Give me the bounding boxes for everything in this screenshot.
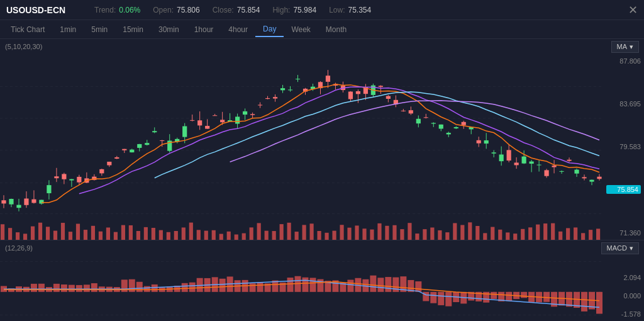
low-label: Low: xyxy=(329,6,345,14)
ma-params: (5,10,20,30) xyxy=(5,43,42,50)
macd-chart-canvas xyxy=(0,256,603,321)
tf-item-1hour[interactable]: 1hour xyxy=(187,23,221,37)
macd-price-axis: 2.094 0.000 -1.578 xyxy=(603,271,644,321)
macd-dropdown[interactable]: MACD ▾ xyxy=(601,242,639,254)
main-chart-canvas xyxy=(0,54,603,240)
close-info: Close: 75.854 xyxy=(213,6,260,14)
price-71: 71.360 xyxy=(606,229,641,237)
tf-item-30min[interactable]: 30min xyxy=(151,23,187,37)
tf-item-month[interactable]: Month xyxy=(318,23,354,37)
macd-level-zero: 0.000 xyxy=(606,292,641,300)
trend-info: Trend: 0.06% xyxy=(94,6,140,14)
low-value: 75.354 xyxy=(348,6,371,14)
price-axis: 87.806 83.695 79.583 75.854 71.360 xyxy=(603,54,644,240)
main-chart: (5,10,20,30) MA ▾ 87.806 83.695 79.583 7… xyxy=(0,39,644,240)
tf-item-1min[interactable]: 1min xyxy=(52,23,84,37)
open-info: Open: 75.806 xyxy=(153,6,199,14)
price-83: 83.695 xyxy=(606,100,641,108)
trend-value: 0.06% xyxy=(119,6,140,14)
high-value: 75.984 xyxy=(293,6,316,14)
close-label: Close: xyxy=(213,6,234,14)
price-87: 87.806 xyxy=(606,57,641,65)
tf-item-15min[interactable]: 15min xyxy=(115,23,151,37)
tf-item-tick[interactable]: Tick Chart xyxy=(3,23,52,37)
macd-label: MACD xyxy=(607,244,627,252)
timeframe-nav: Tick Chart1min5min15min30min1hour4hourDa… xyxy=(0,20,644,39)
macd-level-high: 2.094 xyxy=(606,274,641,281)
low-info: Low: 75.354 xyxy=(329,6,371,14)
tf-item-4hour[interactable]: 4hour xyxy=(221,23,255,37)
close-value: 75.854 xyxy=(237,6,260,14)
tf-item-5min[interactable]: 5min xyxy=(84,23,115,37)
macd-section: (12,26,9) MACD ▾ 2.094 0.000 -1.578 xyxy=(0,240,644,321)
tf-item-week[interactable]: Week xyxy=(284,23,318,37)
macd-params: (12,26,9) xyxy=(5,244,33,252)
chart-container: (5,10,20,30) MA ▾ 87.806 83.695 79.583 7… xyxy=(0,39,644,321)
price-79: 79.583 xyxy=(606,143,641,150)
tf-item-day[interactable]: Day xyxy=(255,22,284,37)
trend-label: Trend: xyxy=(94,6,116,14)
macd-level-low: -1.578 xyxy=(606,310,641,318)
chart-info-row: (5,10,20,30) MA ▾ xyxy=(0,39,644,54)
open-value: 75.806 xyxy=(177,6,200,14)
ma-chevron-icon: ▾ xyxy=(630,43,633,51)
close-button[interactable]: ✕ xyxy=(628,3,638,17)
header: USOUSD-ECN Trend: 0.06% Open: 75.806 Clo… xyxy=(0,0,644,20)
high-label: High: xyxy=(272,6,290,14)
ma-label: MA xyxy=(617,43,628,50)
open-label: Open: xyxy=(153,6,174,14)
macd-chevron-icon: ▾ xyxy=(630,244,633,252)
symbol: USOUSD-ECN xyxy=(6,5,82,15)
current-price: 75.854 xyxy=(606,185,641,194)
ma-dropdown[interactable]: MA ▾ xyxy=(611,41,640,53)
high-info: High: 75.984 xyxy=(272,6,316,14)
macd-info-row: (12,26,9) MACD ▾ xyxy=(0,240,644,256)
